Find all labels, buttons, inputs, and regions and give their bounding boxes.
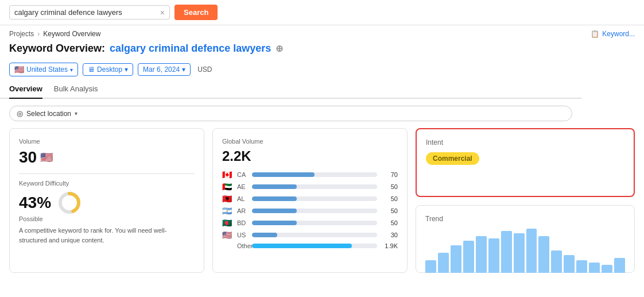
location-selector-label: Select location [26, 110, 71, 118]
intent-card: Intent Commercial [416, 128, 635, 197]
flag-us: 🇺🇸 [222, 230, 234, 240]
page-header: Keyword Overview: calgary criminal defen… [0, 40, 581, 59]
volume-divider [19, 173, 195, 174]
keyword-manager-icon: 📋 [591, 30, 599, 38]
country-row-other: Other 1.9K [222, 242, 398, 249]
date-filter[interactable]: Mar 6, 2024 ▾ [138, 63, 191, 76]
volume-flag: 🇺🇸 [40, 151, 53, 164]
location-label: United States [26, 65, 68, 74]
add-keyword-icon[interactable]: ⊕ [276, 43, 283, 54]
num-us: 30 [381, 232, 398, 238]
trend-bar [589, 263, 600, 273]
kd-sub-label: Possible [19, 215, 195, 222]
location-selector-button[interactable]: ◎ Select location ▾ [9, 106, 572, 121]
flag-ar: 🇦🇷 [222, 206, 234, 215]
tab-overview[interactable]: Overview [9, 80, 42, 99]
bar-fill-bd [252, 221, 297, 225]
cards-row: Volume 30 🇺🇸 Keyword Difficulty 43% Poss… [0, 128, 644, 273]
location-selector-chevron-icon: ▾ [75, 110, 77, 117]
code-us: US [237, 232, 249, 238]
device-icon: 🖥 [88, 65, 95, 74]
kd-value: 43% [19, 194, 51, 212]
title-keyword: calgary criminal defence lawyers [110, 43, 271, 55]
flag-al: 🇦🇱 [222, 194, 234, 203]
breadcrumb-projects[interactable]: Projects [9, 30, 34, 38]
bar-bg-ae [252, 184, 377, 189]
bar-bg-bd [252, 221, 377, 225]
bar-fill-other [252, 244, 352, 248]
search-bar: × Search [0, 0, 644, 25]
search-input[interactable] [14, 8, 157, 17]
device-filter[interactable]: 🖥 Desktop ▾ [83, 63, 133, 76]
global-volume-label: Global Volume [222, 138, 398, 145]
trend-bar [463, 241, 474, 273]
code-bd: BD [237, 219, 249, 226]
country-rows: 🇨🇦 CA 70 🇦🇪 AE 50 🇦🇱 AL [222, 170, 398, 249]
filter-bar: 🇺🇸 United States ▾ 🖥 Desktop ▾ Mar 6, 20… [0, 59, 581, 80]
bar-fill-ae [252, 184, 297, 189]
location-flag: 🇺🇸 [14, 65, 24, 74]
global-volume-value: 2.2K [222, 148, 398, 164]
trend-bar [501, 231, 512, 273]
country-row-us: 🇺🇸 US 30 [222, 230, 398, 240]
country-row-ae: 🇦🇪 AE 50 [222, 182, 398, 191]
bar-bg-other [252, 244, 377, 248]
num-ca: 70 [381, 171, 398, 178]
country-row-ca: 🇨🇦 CA 70 [222, 170, 398, 179]
intent-badge: Commercial [426, 152, 479, 165]
trend-bar [488, 238, 499, 273]
country-row-bd: 🇧🇩 BD 50 [222, 218, 398, 227]
date-chevron-icon: ▾ [182, 65, 185, 74]
trend-bar [438, 253, 449, 273]
bar-bg-al [252, 196, 377, 201]
trend-bars [425, 229, 625, 273]
date-label: Mar 6, 2024 [143, 65, 180, 74]
location-filter[interactable]: 🇺🇸 United States ▾ [9, 63, 78, 76]
trend-bar [538, 236, 549, 273]
bar-fill-ca [252, 172, 315, 177]
header-left: Projects › Keyword Overview Keyword Over… [0, 25, 581, 128]
search-input-wrapper: × [9, 5, 170, 20]
clear-icon[interactable]: × [160, 9, 165, 17]
code-ca: CA [237, 171, 249, 178]
intent-trend-col: Intent Commercial Trend [416, 128, 635, 273]
device-chevron-icon: ▾ [125, 65, 128, 74]
volume-card: Volume 30 🇺🇸 Keyword Difficulty 43% Poss… [9, 128, 204, 273]
trend-bar [451, 245, 461, 273]
keyword-manager-button[interactable]: 📋 Keyword... [581, 25, 644, 43]
trend-bar [425, 260, 436, 273]
bar-fill-ar [252, 209, 297, 213]
header-section: Projects › Keyword Overview Keyword Over… [0, 25, 644, 128]
global-volume-card: Global Volume 2.2K 🇨🇦 CA 70 🇦🇪 AE 50 [212, 128, 408, 273]
kd-label: Keyword Difficulty [19, 180, 195, 187]
flag-ca: 🇨🇦 [222, 170, 234, 179]
search-button[interactable]: Search [174, 5, 218, 20]
trend-bar [514, 233, 525, 273]
tabs: Overview Bulk Analysis [0, 80, 581, 99]
kd-donut-chart [57, 190, 82, 215]
flag-bd: 🇧🇩 [222, 218, 234, 227]
location-chevron-icon: ▾ [70, 67, 73, 73]
trend-bar [476, 236, 487, 273]
trend-bar [526, 229, 537, 273]
breadcrumb-current: Keyword Overview [43, 30, 100, 38]
num-ae: 50 [381, 183, 398, 190]
num-bd: 50 [381, 219, 398, 226]
code-ar: AR [237, 207, 249, 214]
country-row-ar: 🇦🇷 AR 50 [222, 206, 398, 215]
bar-bg-ca [252, 172, 377, 177]
tab-bulk-analysis[interactable]: Bulk Analysis [54, 80, 98, 99]
volume-card-label: Volume [19, 138, 195, 145]
location-circle-icon: ◎ [17, 109, 23, 118]
currency-label: USD [195, 64, 214, 75]
trend-card: Trend [416, 205, 635, 273]
trend-bar [564, 255, 575, 273]
num-al: 50 [381, 195, 398, 202]
trend-card-label: Trend [425, 215, 625, 223]
bar-fill-us [252, 233, 277, 237]
bar-bg-us [252, 233, 377, 237]
kd-value-row: 43% [19, 190, 195, 215]
trend-bar [551, 250, 562, 273]
bar-fill-al [252, 196, 297, 201]
intent-card-label: Intent [426, 138, 624, 146]
